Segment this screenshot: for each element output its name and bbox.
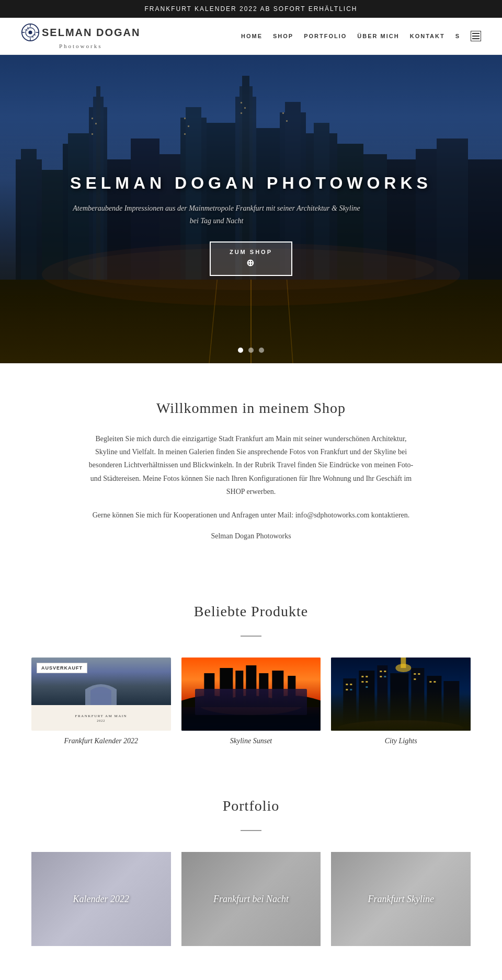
products-grid: AUSVERKAUFT FRANKFURT AM MAIN 2022 bbox=[31, 658, 471, 745]
svg-rect-89 bbox=[401, 658, 406, 668]
svg-point-90 bbox=[338, 720, 464, 731]
calendar-bottom: FRANKFURT AM MAIN 2022 bbox=[31, 705, 171, 731]
portfolio-card-1[interactable]: Kalender 2022 bbox=[31, 852, 171, 946]
svg-rect-80 bbox=[414, 673, 416, 675]
portfolio-card-3[interactable]: Frankfurt Skyline bbox=[331, 852, 471, 946]
calendar-label1: FRANKFURT AM MAIN bbox=[75, 714, 128, 718]
products-divider bbox=[241, 636, 261, 637]
welcome-title: Willkommen in meinem Shop bbox=[84, 400, 418, 417]
top-banner: FRANKFURT KALENDER 2022 AB SOFORT ERHÄLT… bbox=[0, 0, 502, 18]
nav-s[interactable]: S bbox=[455, 33, 460, 39]
products-title: Beliebte Produkte bbox=[31, 603, 471, 620]
hero-dot-3[interactable] bbox=[259, 348, 264, 353]
svg-rect-55 bbox=[204, 673, 214, 705]
svg-rect-77 bbox=[380, 671, 382, 672]
nav-shop[interactable]: SHOP bbox=[273, 33, 293, 39]
portfolio-section: Portfolio Kalender 2022 Frankfurt bei Na… bbox=[0, 771, 502, 967]
svg-rect-86 bbox=[366, 686, 368, 688]
hero-dot-1[interactable] bbox=[238, 348, 243, 353]
svg-rect-82 bbox=[414, 678, 416, 680]
welcome-paragraph-2: Gerne können Sie mich für Kooperationen … bbox=[84, 509, 418, 522]
svg-rect-78 bbox=[380, 676, 382, 677]
hero-subtitle: Atemberaubende Impressionen aus der Main… bbox=[70, 202, 363, 227]
svg-rect-66 bbox=[391, 673, 409, 731]
welcome-signature: Selman Dogan Photoworks bbox=[84, 532, 418, 540]
hero-carousel-dots bbox=[238, 348, 264, 353]
svg-rect-42 bbox=[241, 102, 242, 103]
welcome-paragraph-1: Begleiten Sie mich durch die einzigartig… bbox=[84, 432, 418, 498]
nav-home[interactable]: HOME bbox=[241, 33, 263, 39]
svg-rect-85 bbox=[350, 689, 352, 690]
portfolio-label-3: Frankfurt Skyline bbox=[368, 894, 433, 905]
nav-uber-mich[interactable]: ÜBER MICH bbox=[357, 33, 399, 39]
svg-rect-71 bbox=[350, 684, 352, 685]
svg-rect-87 bbox=[384, 676, 386, 677]
product-card-3[interactable]: City Lights bbox=[331, 658, 471, 745]
svg-rect-73 bbox=[362, 676, 364, 677]
svg-rect-59 bbox=[259, 673, 268, 705]
svg-rect-68 bbox=[427, 676, 442, 731]
sold-out-badge: AUSVERKAUFT bbox=[37, 663, 87, 673]
logo-brand: SELMAN DOGAN bbox=[42, 27, 140, 39]
svg-rect-4 bbox=[472, 36, 480, 37]
hero-shop-button[interactable]: ZUM SHOP ⊕ bbox=[210, 241, 292, 276]
svg-point-54 bbox=[199, 694, 303, 715]
portfolio-grid: Kalender 2022 Frankfurt bei Nacht Frankf… bbox=[31, 852, 471, 946]
portfolio-card-2[interactable]: Frankfurt bei Nacht bbox=[181, 852, 321, 946]
svg-rect-57 bbox=[235, 671, 243, 705]
hero-title: SELMAN DOGAN PHOTOWORKS bbox=[70, 174, 432, 193]
hero-dot-2[interactable] bbox=[248, 348, 254, 353]
svg-rect-43 bbox=[244, 107, 246, 109]
logo-icon bbox=[21, 23, 40, 42]
svg-rect-76 bbox=[366, 681, 368, 683]
svg-rect-45 bbox=[184, 118, 186, 119]
svg-rect-72 bbox=[346, 689, 348, 690]
svg-rect-63 bbox=[344, 678, 357, 731]
product-name-2: Skyline Sunset bbox=[181, 737, 321, 745]
svg-rect-44 bbox=[241, 112, 242, 114]
hamburger-icon bbox=[472, 33, 480, 39]
svg-rect-84 bbox=[434, 681, 436, 683]
product-name-3: City Lights bbox=[331, 737, 471, 745]
svg-rect-79 bbox=[384, 671, 386, 672]
svg-rect-41 bbox=[92, 133, 93, 135]
nav-kontakt[interactable]: KONTAKT bbox=[410, 33, 445, 39]
product-image-1: AUSVERKAUFT FRANKFURT AM MAIN 2022 bbox=[31, 658, 171, 731]
banner-text: FRANKFURT KALENDER 2022 AB SOFORT ERHÄLT… bbox=[145, 5, 358, 13]
product-card-1[interactable]: AUSVERKAUFT FRANKFURT AM MAIN 2022 bbox=[31, 658, 171, 745]
svg-rect-75 bbox=[362, 681, 364, 683]
svg-rect-40 bbox=[95, 123, 97, 124]
product-name-1: Frankfurt Kalender 2022 bbox=[31, 737, 171, 745]
svg-rect-61 bbox=[288, 676, 295, 705]
welcome-section: Willkommen in meinem Shop Begleiten Sie … bbox=[0, 363, 502, 577]
svg-rect-5 bbox=[472, 38, 480, 39]
nav-menu-icon[interactable] bbox=[471, 31, 481, 41]
product-image-2 bbox=[181, 658, 321, 731]
portfolio-title: Portfolio bbox=[31, 798, 471, 814]
header: SELMAN DOGAN Photoworks HOME SHOP PORTFO… bbox=[0, 18, 502, 55]
hero-btn-icon: ⊕ bbox=[230, 257, 272, 269]
logo-text: SELMAN DOGAN bbox=[21, 23, 140, 42]
svg-rect-81 bbox=[418, 673, 420, 675]
svg-rect-74 bbox=[366, 676, 368, 677]
svg-rect-46 bbox=[188, 125, 189, 127]
svg-point-2 bbox=[28, 30, 32, 34]
city-lights-svg bbox=[331, 658, 471, 731]
calendar-label2: 2022 bbox=[97, 719, 105, 722]
logo[interactable]: SELMAN DOGAN Photoworks bbox=[21, 23, 140, 49]
svg-rect-58 bbox=[246, 665, 256, 705]
nav-portfolio[interactable]: PORTFOLIO bbox=[304, 33, 347, 39]
svg-rect-69 bbox=[444, 681, 460, 731]
svg-rect-49 bbox=[286, 120, 288, 122]
svg-rect-65 bbox=[378, 665, 388, 731]
svg-rect-70 bbox=[346, 684, 348, 685]
logo-sub: Photoworks bbox=[59, 43, 102, 49]
calendar-arch bbox=[80, 679, 122, 705]
hero-btn-label: ZUM SHOP bbox=[230, 249, 272, 255]
hero-content: SELMAN DOGAN PHOTOWORKS Atemberaubende I… bbox=[18, 174, 484, 276]
portfolio-divider bbox=[241, 830, 261, 831]
portfolio-label-2: Frankfurt bei Nacht bbox=[213, 894, 289, 905]
svg-rect-56 bbox=[220, 668, 233, 705]
skyline-sunset-svg bbox=[181, 658, 321, 731]
product-card-2[interactable]: Skyline Sunset bbox=[181, 658, 321, 745]
